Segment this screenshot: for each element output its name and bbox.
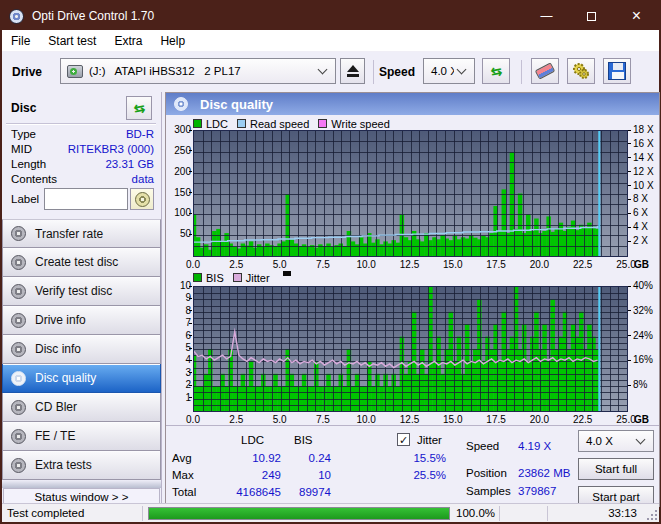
axis-tick	[628, 310, 631, 311]
sidebar-item-cd-bler[interactable]: CD Bler	[2, 393, 161, 422]
refresh-speeds-button[interactable]: ⇆	[482, 58, 510, 84]
close-button[interactable]: ×	[614, 2, 659, 30]
axis-tick	[189, 213, 192, 214]
sidebar-item-label: FE / TE	[35, 429, 75, 443]
toolbar: Drive (J:) ATAPI iHBS312 2 PL17 Speed 4.…	[2, 52, 659, 92]
read-speed-legend-swatch	[237, 119, 246, 128]
jitter-column-header: Jitter	[417, 434, 442, 446]
axis-tick: 5.0	[262, 259, 298, 270]
progress-bar	[148, 507, 450, 520]
axis-tick	[189, 130, 192, 131]
axis-tick: 1	[166, 392, 191, 403]
disc-mid-value: RITEKBR3 (000)	[68, 143, 154, 158]
max-bis: 10	[283, 469, 331, 481]
sidebar-item-disc-quality[interactable]: Disc quality	[2, 364, 161, 393]
bis-legend-swatch	[193, 273, 202, 282]
resize-grip-icon[interactable]	[645, 508, 657, 520]
axis-tick: 8 X	[633, 193, 648, 204]
speed-select[interactable]: 4.0 X	[423, 58, 475, 84]
jitter-checkbox[interactable]: ✓	[397, 433, 410, 446]
sidebar-item-label: Verify test disc	[35, 284, 112, 298]
sidebar-item-fe-te[interactable]: FE / TE	[2, 422, 161, 451]
separator	[6, 123, 156, 124]
menu-file[interactable]: File	[2, 31, 39, 51]
axis-tick: 4	[166, 354, 191, 365]
maximize-icon	[587, 12, 596, 21]
speed-label: Speed	[379, 65, 415, 79]
sidebar-item-transfer-rate[interactable]: Transfer rate	[2, 219, 161, 248]
disc-length-value: 23.31 GB	[105, 158, 154, 173]
elapsed-time: 33:13	[608, 507, 637, 519]
max-jitter: 25.5%	[366, 469, 446, 481]
axis-tick: 4 X	[633, 221, 648, 232]
extra-tests-icon	[11, 458, 26, 473]
write-label-button[interactable]	[130, 188, 154, 210]
disc-label-input[interactable]	[44, 188, 128, 210]
test-speed-select[interactable]: 4.0 X	[578, 430, 654, 452]
axis-tick: 6	[166, 330, 191, 341]
max-ldc: 249	[211, 469, 281, 481]
axis-tick: 20.0	[521, 414, 557, 425]
disc-panel: Disc ⇆ Type BD-R MID RITEKBR3 (000) Leng…	[2, 92, 162, 507]
sidebar-item-label: CD Bler	[35, 400, 77, 414]
sidebar-item-disc-info[interactable]: Disc info	[2, 335, 161, 364]
start-full-button[interactable]: Start full	[578, 458, 654, 480]
axis-tick: 8%	[633, 379, 647, 390]
menu-help[interactable]: Help	[151, 31, 194, 51]
axis-tick	[189, 397, 192, 398]
legend-label: Read speed	[250, 118, 309, 130]
sidebar-item-label: Extra tests	[35, 458, 92, 472]
panel-title: Disc quality	[200, 97, 273, 112]
erase-disc-button[interactable]	[531, 58, 559, 84]
axis-tick: 7.5	[305, 414, 341, 425]
bis-column-header: BIS	[294, 434, 330, 446]
settings-button[interactable]	[567, 58, 595, 84]
axis-tick	[628, 130, 631, 131]
disc-info-icon	[11, 342, 26, 357]
menu-extra[interactable]: Extra	[105, 31, 151, 51]
disc-panel-title: Disc	[11, 101, 36, 115]
axis-tick	[628, 143, 631, 144]
sidebar-item-create-test-disc[interactable]: Create test disc	[2, 248, 161, 277]
axis-tick	[189, 310, 192, 311]
sidebar-item-extra-tests[interactable]: Extra tests	[2, 451, 161, 480]
sidebar-fade	[2, 480, 161, 488]
refresh-disc-button[interactable]: ⇆	[126, 96, 152, 120]
disc-length-label: Length	[11, 158, 46, 173]
axis-tick: 12.5	[392, 259, 428, 270]
sidebar-item-drive-info[interactable]: Drive info	[2, 306, 161, 335]
chevron-down-icon	[457, 65, 467, 75]
refresh-icon: ⇆	[132, 101, 145, 116]
disc-contents-value: data	[132, 173, 154, 188]
maximize-button[interactable]	[569, 2, 614, 30]
axis-tick: 12 X	[633, 166, 654, 177]
axis-tick: 10.0	[348, 259, 384, 270]
panel-header: Disc quality	[166, 93, 659, 115]
drive-select[interactable]: (J:) ATAPI iHBS312 2 PL17	[60, 58, 336, 84]
eject-button[interactable]	[340, 58, 365, 84]
sidebar-item-verify-test-disc[interactable]: Verify test disc	[2, 277, 161, 306]
disc-label-label: Label	[11, 193, 39, 205]
drive-select-value: (J:) ATAPI iHBS312 2 PL17	[89, 65, 315, 77]
avg-jitter: 15.5%	[366, 452, 446, 464]
axis-tick: 8	[166, 305, 191, 316]
save-button[interactable]	[603, 58, 631, 84]
axis-tick	[189, 335, 192, 336]
titlebar: Opti Drive Control 1.70 — ×	[2, 2, 659, 30]
minimize-button[interactable]: —	[524, 2, 569, 30]
progress-percent: 100.0%	[456, 507, 495, 519]
menu-start-test[interactable]: Start test	[39, 31, 105, 51]
bis-jitter-chart	[193, 286, 628, 412]
statusbar-separator	[547, 506, 548, 521]
eject-icon	[347, 65, 359, 72]
axis-tick: 150	[166, 187, 191, 198]
legend-label: Write speed	[331, 118, 390, 130]
position-stat-label: Position	[466, 467, 507, 479]
sidebar-item-label: Create test disc	[35, 255, 118, 269]
axis-tick: 10.0	[348, 414, 384, 425]
eraser-icon	[535, 62, 556, 79]
axis-tick	[189, 372, 192, 373]
sidebar-nav: Transfer rate Create test disc Verify te…	[2, 219, 161, 480]
axis-tick	[628, 241, 631, 242]
chart1-legend: LDCRead speedWrite speed	[193, 117, 399, 130]
